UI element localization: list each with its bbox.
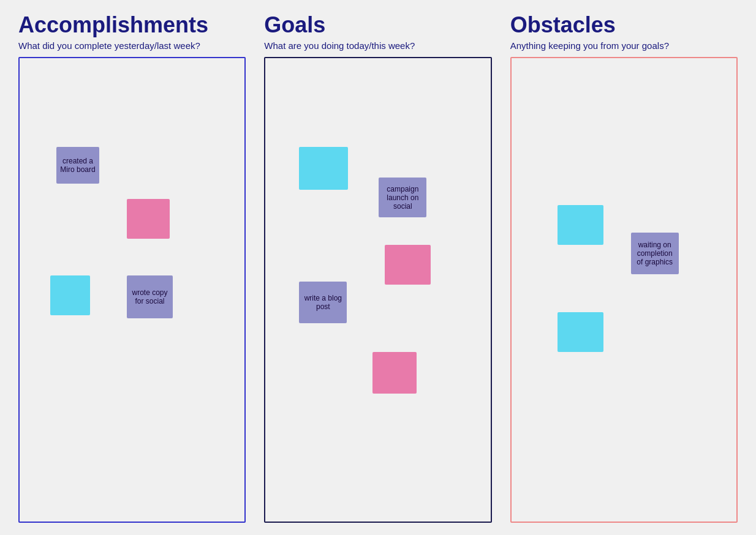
goals-subtitle: What are you doing today/this week? <box>264 40 491 51</box>
sticky-goal-2[interactable]: campaign launch on social <box>379 178 426 217</box>
sticky-obs-1[interactable] <box>558 205 603 245</box>
obstacles-subtitle: Anything keeping you from your goals? <box>510 40 738 51</box>
sticky-acc-3[interactable] <box>50 275 90 315</box>
sticky-acc-1[interactable]: created a Miro board <box>56 147 99 184</box>
sticky-obs-3[interactable] <box>558 312 603 352</box>
sticky-acc-4[interactable]: wrote copy for social <box>127 275 173 318</box>
sticky-goal-5[interactable] <box>372 352 417 394</box>
goals-board: campaign launch on socialwrite a blog po… <box>264 57 491 523</box>
column-accomplishments: AccomplishmentsWhat did you complete yes… <box>18 12 246 523</box>
sticky-obs-2[interactable]: waiting on completion of graphics <box>631 233 679 274</box>
goals-title: Goals <box>264 12 491 38</box>
obstacles-board: waiting on completion of graphics <box>510 57 738 523</box>
sticky-goal-3[interactable] <box>385 245 431 285</box>
board-container: AccomplishmentsWhat did you complete yes… <box>18 12 738 523</box>
accomplishments-title: Accomplishments <box>18 12 246 38</box>
sticky-goal-4[interactable]: write a blog post <box>299 282 347 323</box>
column-obstacles: ObstaclesAnything keeping you from your … <box>510 12 738 523</box>
accomplishments-board: created a Miro boardwrote copy for socia… <box>18 57 246 523</box>
sticky-goal-1[interactable] <box>299 147 348 190</box>
obstacles-title: Obstacles <box>510 12 738 38</box>
sticky-acc-2[interactable] <box>127 199 170 239</box>
accomplishments-subtitle: What did you complete yesterday/last wee… <box>18 40 246 51</box>
column-goals: GoalsWhat are you doing today/this week?… <box>264 12 491 523</box>
